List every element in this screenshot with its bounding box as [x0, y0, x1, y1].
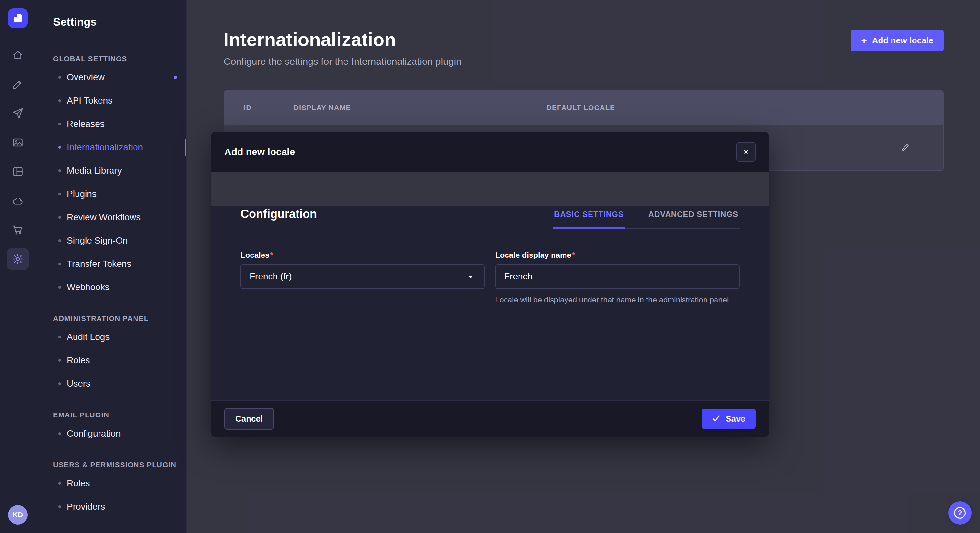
cloud-icon[interactable] — [10, 193, 25, 209]
sidebar-item-configuration[interactable]: Configuration — [36, 422, 186, 445]
sidebar-item-internationalization[interactable]: Internationalization — [36, 136, 186, 159]
display-name-field: Locale display name* Locale will be disp… — [495, 251, 740, 305]
sidebar-item-plugins[interactable]: Plugins — [36, 182, 186, 206]
notification-dot — [174, 76, 177, 79]
sidebar-item-single-sign-on[interactable]: Single Sign-On — [36, 229, 186, 252]
chevron-down-icon — [465, 271, 476, 282]
bullet-dot — [58, 482, 61, 485]
bullet-dot — [58, 123, 61, 125]
settings-sidebar: Settings GLOBAL SETTINGSOverviewAPI Toke… — [36, 0, 187, 533]
save-button[interactable]: Save — [702, 409, 756, 429]
add-locale-modal: Add new locale Configuration BASIC SETTI… — [211, 132, 769, 436]
modal-footer: Cancel Save — [211, 400, 769, 436]
sidebar-item-label: Releases — [67, 119, 105, 129]
settings-gear-icon[interactable] — [7, 248, 29, 270]
sidebar-item-roles[interactable]: Roles — [36, 472, 186, 495]
check-icon — [712, 414, 721, 423]
locales-select[interactable]: French (fr) — [240, 264, 485, 289]
sidebar-item-api-tokens[interactable]: API Tokens — [36, 89, 186, 113]
sidebar-item-review-workflows[interactable]: Review Workflows — [36, 206, 186, 229]
locales-select-value: French (fr) — [250, 271, 292, 282]
sidebar-sections: GLOBAL SETTINGSOverviewAPI TokensRelease… — [36, 55, 186, 519]
sidebar-item-roles[interactable]: Roles — [36, 349, 186, 372]
sidebar-item-webhooks[interactable]: Webhooks — [36, 276, 186, 299]
close-icon — [742, 148, 750, 156]
sidebar-item-label: Media Library — [67, 165, 122, 176]
sidebar-section-label: EMAIL PLUGIN — [53, 411, 186, 419]
send-icon[interactable] — [10, 106, 25, 121]
configuration-heading: Configuration — [240, 207, 317, 228]
required-asterisk: * — [270, 251, 273, 259]
sidebar-item-audit-logs[interactable]: Audit Logs — [36, 325, 186, 349]
sidebar-title-rule — [53, 36, 67, 37]
settings-tabs: BASIC SETTINGSADVANCED SETTINGS — [553, 206, 740, 228]
sidebar-item-users[interactable]: Users — [36, 372, 186, 395]
tab-basic-settings[interactable]: BASIC SETTINGS — [553, 206, 625, 228]
sidebar-item-label: Roles — [67, 478, 90, 489]
bullet-dot — [58, 506, 61, 508]
sidebar-item-label: Users — [67, 379, 91, 389]
bullet-dot — [58, 286, 61, 289]
sidebar-title: Settings — [36, 16, 186, 28]
sidebar-item-media-library[interactable]: Media Library — [36, 159, 186, 182]
display-name-label: Locale display name* — [495, 251, 740, 260]
bullet-dot — [58, 169, 61, 172]
sidebar-item-label: Overview — [67, 72, 105, 82]
modal-title: Add new locale — [224, 146, 295, 157]
save-label: Save — [725, 414, 745, 424]
sidebar-item-label: Configuration — [67, 428, 121, 439]
marketplace-cart-icon[interactable] — [10, 222, 25, 238]
sidebar-item-label: Webhooks — [67, 282, 110, 292]
cancel-button[interactable]: Cancel — [224, 408, 274, 430]
bullet-dot — [58, 336, 61, 338]
modal-header: Add new locale — [211, 132, 769, 172]
locales-field: Locales* French (fr) — [240, 251, 485, 305]
bullet-dot — [58, 216, 61, 219]
sidebar-item-releases[interactable]: Releases — [36, 113, 186, 136]
bullet-dot — [58, 263, 61, 265]
icon-rail: KD — [0, 0, 36, 533]
bullet-dot — [58, 99, 61, 102]
sidebar-item-overview[interactable]: Overview — [36, 66, 186, 89]
sidebar-item-label: Providers — [67, 501, 105, 512]
display-name-input[interactable] — [495, 264, 740, 289]
sidebar-item-label: Internationalization — [67, 142, 143, 152]
sidebar-item-label: Review Workflows — [67, 212, 141, 222]
sidebar-section-label: USERS & PERMISSIONS PLUGIN — [53, 461, 186, 469]
content-manager-pen-icon[interactable] — [10, 76, 25, 92]
sidebar-item-label: Plugins — [67, 189, 97, 199]
media-library-icon[interactable] — [10, 135, 25, 150]
sidebar-section-label: GLOBAL SETTINGS — [53, 55, 186, 63]
app-window: KD Settings GLOBAL SETTINGSOverviewAPI T… — [0, 0, 980, 533]
sidebar-item-label: Transfer Tokens — [67, 259, 131, 269]
bullet-dot — [58, 193, 61, 195]
close-button[interactable] — [736, 142, 756, 162]
bullet-dot — [58, 359, 61, 362]
bullet-dot — [58, 146, 61, 149]
strapi-logo-mark — [14, 14, 22, 22]
sidebar-item-label: API Tokens — [67, 95, 113, 106]
content-builder-icon[interactable] — [10, 164, 25, 179]
display-name-hint: Locale will be displayed under that name… — [495, 295, 740, 305]
sidebar-item-transfer-tokens[interactable]: Transfer Tokens — [36, 252, 186, 276]
home-icon[interactable] — [10, 47, 25, 63]
sidebar-item-label: Roles — [67, 355, 90, 366]
rail-nav — [7, 47, 29, 267]
sidebar-item-label: Single Sign-On — [67, 235, 128, 246]
sidebar-item-label: Audit Logs — [67, 332, 110, 342]
bullet-dot — [58, 76, 61, 79]
sidebar-section-label: ADMINISTRATION PANEL — [53, 314, 186, 323]
locales-label: Locales* — [240, 251, 485, 260]
sidebar-item-providers[interactable]: Providers — [36, 495, 186, 519]
required-asterisk: * — [572, 251, 575, 259]
tab-advanced-settings[interactable]: ADVANCED SETTINGS — [647, 206, 740, 228]
bullet-dot — [58, 432, 61, 435]
bullet-dot — [58, 382, 61, 385]
avatar[interactable]: KD — [8, 505, 27, 525]
bullet-dot — [58, 239, 61, 242]
strapi-logo[interactable] — [8, 8, 27, 28]
modal-body: Configuration BASIC SETTINGSADVANCED SET… — [211, 206, 769, 400]
